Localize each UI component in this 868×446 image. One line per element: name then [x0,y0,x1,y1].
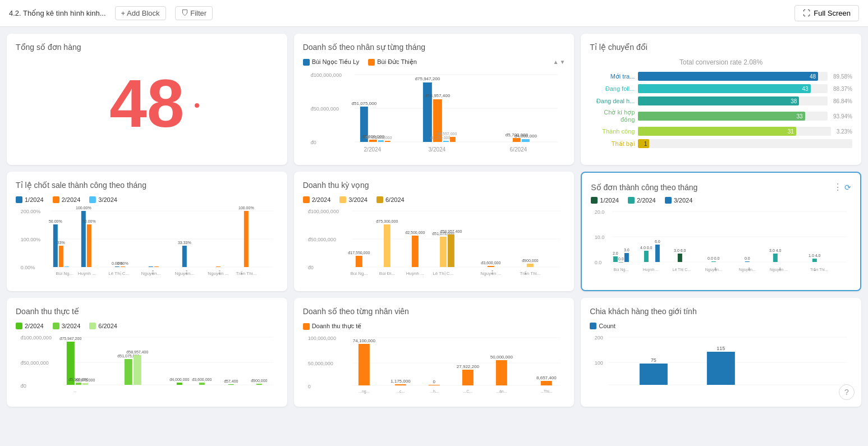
conv-bar-wrap-5: 31 [638,127,830,136]
svg-text:2/2024: 2/2024 [364,146,381,153]
filter-button[interactable]: ⛉ Filter [175,6,213,20]
big-number-value: 48 [16,58,278,148]
card-doanh-so-nhan-su: Doanh số theo nhân sự từng tháng Bùi Ngọ… [294,34,575,165]
legend-chot-sale: 1/2024 2/2024 3/2024 [16,196,278,203]
svg-text:100,000,000: 100,000,000 [307,335,336,341]
svg-text:Bùi Ng...: Bùi Ng... [350,271,368,276]
card-title-gioi-tinh: Chia khách hàng theo giới tính [590,307,852,316]
conv-bar-wrap-4: 33 [638,112,828,121]
svg-text:đ4,000,000: đ4,000,000 [169,378,189,381]
svg-text:đ1,250,000: đ1,250,000 [430,136,450,140]
card-title-chuyen-doi: Tỉ lệ chuyển đổi [590,43,852,52]
add-block-button[interactable]: + Add Block [115,6,166,20]
svg-text:đ75,300,000: đ75,300,000 [376,219,398,223]
svg-text:27,922,200: 27,922,200 [456,364,479,369]
conv-bar-fill-2: 43 [638,84,810,93]
svg-text:đ58,957,400: đ58,957,400 [126,350,148,354]
svg-text:3/2024: 3/2024 [428,146,446,153]
svg-text:đ0: đ0 [310,140,316,145]
card-so-don-thanh-cong: Số đơn thành công theo tháng ⋮ ⟳ 1/2024 … [581,172,861,291]
conv-row-2: Đang foll... 43 88.37% [590,84,852,93]
conv-label-6: Thất bại [590,140,635,148]
legend-doanh-thu: Doanh thu thực tế [303,323,362,330]
legend-chevrons[interactable]: ▲ ▼ [553,59,566,65]
legend-2-2024-b: 2/2024 [628,197,656,204]
svg-text:4.0 0.0: 4.0 0.0 [640,246,653,250]
svg-text:3.0: 3.0 [624,248,630,252]
bar [411,236,418,267]
card-doanh-thu-ky-vong: Doanh thu kỳ vọng 2/2024 3/2024 6/2024 đ… [294,172,575,291]
conv-bar-wrap-2: 43 [638,84,828,93]
bar [87,224,91,267]
conv-bar-fill-5: 31 [638,127,796,136]
svg-text:3.0 4.0: 3.0 4.0 [769,249,782,252]
refresh-icon[interactable]: ⟳ [844,183,851,192]
legend-green1 [16,323,22,329]
legend-gioi-tinh: Count [590,323,852,329]
svg-text:...c...: ...c... [396,389,405,393]
svg-text:6/2024: 6/2024 [509,146,527,153]
card-title-tong-so: Tổng số đơn hàng [16,43,278,52]
conv-row-1: Mới tra... 48 89.58% [590,72,852,81]
svg-text:đ100,000,000: đ100,000,000 [307,209,338,214]
bar [745,261,750,262]
card-title-chot-sale: Tỉ lệ chốt sale thành công theo tháng [16,181,278,190]
svg-text:Huỳnh ...: Huỳnh ... [643,268,659,272]
legend-blue2 [665,197,672,204]
card-chia-khach-hang: Chia khách hàng theo giới tính Count 200… [581,298,861,407]
bar [619,262,623,263]
svg-text:đ900,000: đ900,000 [251,379,267,383]
svg-text:đ50,000,000: đ50,000,000 [307,237,336,242]
legend-nhan-vien: Doanh thu thực tế [303,323,566,330]
chot-sale-chart: 200.00% 100.00% 0.00% 50.00% 33% Bùi Ng.… [16,208,278,281]
svg-text:đ3,600,000: đ3,600,000 [481,261,500,265]
svg-text:...Thi...: ...Thi... [540,389,552,393]
svg-text:Bùi Ng...: Bùi Ng... [614,268,629,272]
bar [355,256,362,267]
bar [640,364,668,385]
help-button[interactable]: ? [839,384,855,400]
card-menu-icon[interactable]: ⋮ [833,182,842,192]
svg-text:đ4,000,000: đ4,000,000 [514,134,537,139]
legend-1-2024-b: 1/2024 [591,197,619,204]
card-doanh-so-nhan-vien: Doanh số theo từng nhân viên Doanh thu t… [294,298,575,407]
card-title-so-don: Số đơn thành công theo tháng [591,183,697,192]
svg-text:Nguyễn...: Nguyễn... [739,268,756,272]
chevron-down-icon[interactable]: ▼ [559,59,565,65]
svg-text:đ57,400: đ57,400 [224,379,238,383]
svg-text:0.0: 0.0 [745,256,750,260]
svg-text:100.00%: 100.00% [21,237,41,242]
bar [154,266,159,267]
svg-text:đ900,000: đ900,000 [522,259,538,263]
fullscreen-button[interactable]: ⛶ Full Screen [794,5,859,21]
svg-text:đ100,000,000: đ100,000,000 [310,72,341,78]
legend-dark-green [591,197,598,204]
svg-text:đ3,600,000: đ3,600,000 [192,378,212,381]
bar [121,266,125,267]
svg-text:Huỳnh ...: Huỳnh ... [406,271,424,276]
bar [707,352,735,385]
svg-text:Huỳnh ...: Huỳnh ... [78,271,96,276]
conv-pct-3: 86.84% [833,98,852,104]
conv-bar-wrap-1: 48 [638,72,828,81]
conv-bar-fill-4: 33 [638,112,805,121]
svg-text:Bùi Đi...: Bùi Đi... [379,271,394,276]
bar [134,355,141,385]
legend-2024-2: 2/2024 [303,196,331,203]
svg-text:74,100,000: 74,100,000 [352,338,375,343]
bar [177,383,182,385]
svg-text:đ75,947,200: đ75,947,200 [59,337,81,341]
bar [182,246,187,267]
svg-text:Lê Thị C...: Lê Thị C... [108,271,129,276]
nhan-vien-chart: 100,000,000 50,000,000 0 74,100,000 ...n… [303,334,566,396]
svg-text:Trần Thi...: Trần Thi... [810,268,828,272]
gioi-tinh-chart: 200 100 75 115 [590,334,852,396]
legend-yellow [339,196,346,203]
chevron-up-icon[interactable]: ▲ [553,59,559,65]
bar [358,344,369,385]
svg-text:100: 100 [595,360,603,366]
bar [228,384,234,385]
svg-text:115: 115 [717,346,725,351]
card-tong-so-don-hang: Tổng số đơn hàng 48 [7,34,287,165]
bar [394,384,406,385]
